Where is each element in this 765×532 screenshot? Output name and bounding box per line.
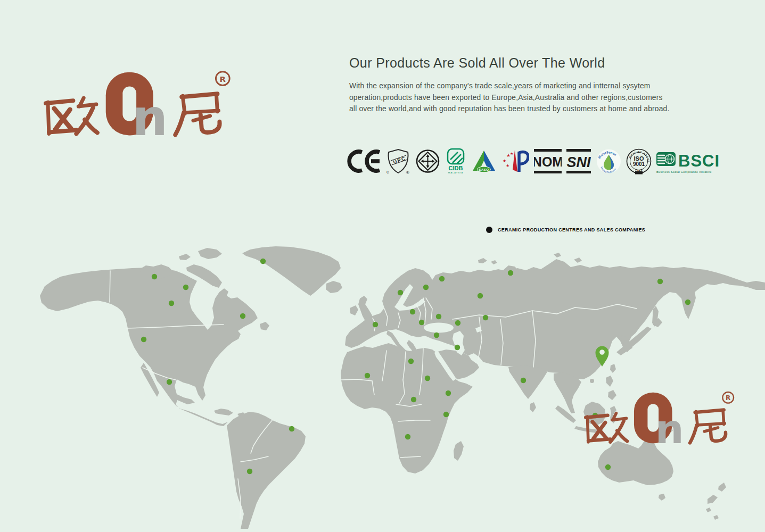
map-dot xyxy=(289,426,294,431)
philippines-mindanao xyxy=(608,390,616,400)
saso-triangle-icon: SASO xyxy=(471,149,497,173)
map-legend: CERAMIC PRODUCTION CENTRES AND SALES COM… xyxy=(486,227,645,233)
svalbard-1 xyxy=(478,258,487,263)
india xyxy=(508,365,547,399)
map-dot xyxy=(152,274,157,279)
map-dot xyxy=(183,285,188,290)
arctic-island-small xyxy=(179,254,191,260)
map-dot xyxy=(508,270,513,276)
map-dot xyxy=(411,397,416,402)
map-dot xyxy=(260,259,266,264)
map-dot xyxy=(247,469,252,474)
bsci-hand-globe-icon xyxy=(656,152,676,166)
arctic-island-ellesmere xyxy=(198,248,222,259)
svg-text:MALAYSIA: MALAYSIA xyxy=(448,171,464,174)
nom-icon: NOM xyxy=(534,149,562,173)
diamond-circle-mark-icon xyxy=(415,148,440,174)
svg-text:CIDB: CIDB xyxy=(449,165,463,171)
map-pin-hole xyxy=(599,350,605,355)
paragraph-line: operation,products have been exported to… xyxy=(349,92,701,104)
new-zealand-south xyxy=(708,495,718,504)
svg-text:SASO: SASO xyxy=(479,168,489,171)
svg-text:UPC: UPC xyxy=(392,155,407,165)
map-dot xyxy=(408,359,414,364)
new-zealand-north xyxy=(718,483,726,492)
map-dot xyxy=(423,285,429,290)
iso9001-icon: QUALITY ASSURED FIRM ISO 9001 xyxy=(626,148,652,174)
map-dot xyxy=(685,300,690,305)
intro-paragraph: With the expansion of the company's trad… xyxy=(349,80,701,115)
severnaya-1 xyxy=(574,257,582,263)
map-dot xyxy=(455,320,460,326)
oni-logo xyxy=(44,69,238,144)
map-dot xyxy=(478,293,483,298)
hainan xyxy=(590,379,594,383)
map-dot xyxy=(434,332,439,338)
legend-label: CERAMIC PRODUCTION CENTRES AND SALES COM… xyxy=(498,227,645,232)
newfoundland xyxy=(260,322,269,330)
map-dot xyxy=(521,378,526,383)
svg-text:★: ★ xyxy=(503,159,506,163)
map-dot xyxy=(436,314,441,319)
greece xyxy=(407,340,416,352)
bsci-icon: BSCI Business Social Compliance Initiati… xyxy=(656,148,719,174)
map-dot xyxy=(398,290,403,295)
svg-text:★: ★ xyxy=(510,152,513,155)
cidb-icon: CIDB MALAYSIA xyxy=(445,148,466,174)
sni-icon: SNI xyxy=(566,149,591,173)
map-dot xyxy=(405,434,410,439)
taiwan xyxy=(610,364,616,373)
map-dot xyxy=(425,376,430,381)
ce-mark-icon xyxy=(346,149,381,173)
legend-dot-icon xyxy=(486,227,492,233)
header: Our Products Are Sold All Over The World… xyxy=(349,55,701,115)
svg-text:BSCI: BSCI xyxy=(678,152,719,170)
tasmania xyxy=(659,494,665,501)
map-dot xyxy=(141,337,146,342)
map-dot xyxy=(605,464,611,470)
black-sea xyxy=(424,323,454,333)
continents xyxy=(40,246,765,529)
upc-shield-icon: UPC c ® xyxy=(386,148,410,174)
madagascar xyxy=(454,441,464,461)
map-dot xyxy=(169,301,174,306)
severnaya-2 xyxy=(554,253,561,257)
north-america xyxy=(40,268,258,426)
certification-logos-row: UPC c ® CIDB MALAYSIA SASO ★ ★ xyxy=(346,147,687,176)
watersense-icon: WaterSense Meets EPA Criteria xyxy=(596,148,621,174)
philippines-luzon xyxy=(606,376,613,387)
map-dot xyxy=(365,373,370,378)
map-dot xyxy=(443,412,449,417)
map-dot xyxy=(657,279,663,284)
pacific-islet-1 xyxy=(706,508,711,512)
paragraph-line: all over the world,and with good reputat… xyxy=(349,103,701,115)
map-dot xyxy=(240,313,245,319)
svg-text:★: ★ xyxy=(506,163,509,168)
svg-text:c: c xyxy=(386,169,389,174)
page-title: Our Products Are Sold All Over The World xyxy=(349,55,701,71)
map-dot xyxy=(167,379,172,385)
sri-lanka xyxy=(530,402,536,412)
map-dot xyxy=(419,320,424,325)
paragraph-line: With the expansion of the company's trad… xyxy=(349,80,701,92)
map-dot xyxy=(439,276,445,281)
svg-text:SNI: SNI xyxy=(566,154,591,170)
pacific-islet-2 xyxy=(713,515,719,520)
svalbard-2 xyxy=(491,260,497,264)
svg-text:9001: 9001 xyxy=(633,161,645,167)
mini-logo-on-map xyxy=(586,392,734,453)
company-world-sales-page: n R xyxy=(0,0,765,532)
map-dot xyxy=(446,390,451,396)
svg-text:®: ® xyxy=(406,170,409,174)
map-dot xyxy=(373,322,378,327)
map-dot xyxy=(410,309,415,314)
ireland xyxy=(350,305,358,315)
cuba xyxy=(214,409,233,415)
china-p-stars-icon: ★ ★ ★ ★ xyxy=(501,148,529,174)
svg-text:Business Social Compliance: Business Social Compliance Initiative xyxy=(656,170,712,173)
map-dot xyxy=(483,315,488,320)
iceland xyxy=(326,281,342,293)
svg-text:NOM: NOM xyxy=(534,154,562,169)
map-dot xyxy=(455,345,460,350)
